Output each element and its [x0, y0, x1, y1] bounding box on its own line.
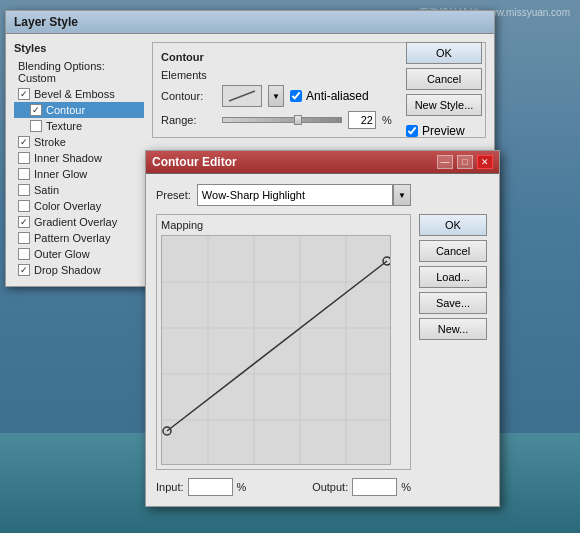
range-percent: % — [382, 114, 392, 126]
mapping-legend: Mapping — [161, 219, 406, 231]
stroke-checkbox[interactable]: ✓ — [18, 136, 30, 148]
minimize-icon: — — [441, 157, 450, 167]
preview-row: Preview — [406, 124, 486, 138]
contour-curve-preview — [227, 89, 257, 103]
style-item-pattern-overlay[interactable]: Pattern Overlay — [14, 230, 144, 246]
new-style-button[interactable]: New Style... — [406, 94, 482, 116]
ce-load-button[interactable]: Load... — [419, 266, 487, 288]
mapping-graph — [162, 236, 391, 465]
range-slider-thumb[interactable] — [294, 115, 302, 125]
style-item-bevel[interactable]: ✓ Bevel & Emboss — [14, 86, 144, 102]
output-value[interactable] — [352, 478, 397, 496]
mapping-canvas[interactable] — [161, 235, 391, 465]
cancel-button[interactable]: Cancel — [406, 68, 482, 90]
bevel-checkbox[interactable]: ✓ — [18, 88, 30, 100]
style-item-texture[interactable]: Texture — [14, 118, 144, 134]
gradient-overlay-checkbox[interactable]: ✓ — [18, 216, 30, 228]
style-item-stroke[interactable]: ✓ Stroke — [14, 134, 144, 150]
style-item-satin[interactable]: Satin — [14, 182, 144, 198]
stroke-label: Stroke — [34, 136, 66, 148]
styles-panel: Styles Blending Options: Custom ✓ Bevel … — [14, 42, 144, 278]
preset-select-container: Wow-Sharp Highlight ▼ — [197, 184, 411, 206]
ce-ok-button[interactable]: OK — [419, 214, 487, 236]
anti-aliased-checkbox[interactable] — [290, 90, 302, 102]
contour-checkbox[interactable]: ✓ — [30, 104, 42, 116]
color-overlay-checkbox[interactable] — [18, 200, 30, 212]
input-percent: % — [237, 481, 247, 493]
svg-line-8 — [167, 261, 387, 431]
minimize-button[interactable]: — — [437, 155, 453, 169]
input-output-row: Input: % Output: % — [156, 478, 411, 496]
range-value-input[interactable] — [348, 111, 376, 129]
contour-label: Contour — [46, 104, 85, 116]
ce-new-button[interactable]: New... — [419, 318, 487, 340]
contour-editor-dialog: Contour Editor — □ ✕ Preset: Wow-Sharp H… — [145, 150, 500, 507]
range-label: Range: — [161, 114, 216, 126]
ok-button[interactable]: OK — [406, 42, 482, 64]
contour-editor-title: Contour Editor — [152, 155, 237, 169]
range-slider[interactable] — [222, 117, 342, 123]
preset-dropdown-button[interactable]: ▼ — [393, 184, 411, 206]
contour-preview[interactable] — [222, 85, 262, 107]
style-item-color-overlay[interactable]: Color Overlay — [14, 198, 144, 214]
close-icon: ✕ — [481, 157, 489, 167]
output-field: Output: % — [312, 478, 411, 496]
texture-label: Texture — [46, 120, 82, 132]
input-value[interactable] — [188, 478, 233, 496]
mapping-group: Mapping — [156, 214, 411, 470]
outer-glow-label: Outer Glow — [34, 248, 90, 260]
style-item-contour[interactable]: ✓ Contour — [14, 102, 144, 118]
gradient-overlay-label: Gradient Overlay — [34, 216, 117, 228]
pattern-overlay-label: Pattern Overlay — [34, 232, 110, 244]
styles-header: Styles — [14, 42, 144, 54]
output-percent: % — [401, 481, 411, 493]
anti-aliased-row: Anti-aliased — [290, 89, 369, 103]
restore-button[interactable]: □ — [457, 155, 473, 169]
titlebar-icons: — □ ✕ — [437, 155, 493, 169]
drop-shadow-label: Drop Shadow — [34, 264, 101, 276]
inner-glow-checkbox[interactable] — [18, 168, 30, 180]
satin-checkbox[interactable] — [18, 184, 30, 196]
style-item-inner-shadow[interactable]: Inner Shadow — [14, 150, 144, 166]
action-buttons: OK Cancel New Style... Preview — [406, 42, 486, 138]
inner-shadow-label: Inner Shadow — [34, 152, 102, 164]
bevel-label: Bevel & Emboss — [34, 88, 115, 100]
contour-dropdown-button[interactable]: ▼ — [268, 85, 284, 107]
outer-glow-checkbox[interactable] — [18, 248, 30, 260]
layer-style-titlebar: Layer Style — [6, 11, 494, 34]
input-label: Input: — [156, 481, 184, 493]
preview-label: Preview — [422, 124, 465, 138]
ce-cancel-button[interactable]: Cancel — [419, 240, 487, 262]
layer-style-title: Layer Style — [14, 15, 78, 29]
ce-save-button[interactable]: Save... — [419, 292, 487, 314]
drop-shadow-checkbox[interactable]: ✓ — [18, 264, 30, 276]
style-item-outer-glow[interactable]: Outer Glow — [14, 246, 144, 262]
pattern-overlay-checkbox[interactable] — [18, 232, 30, 244]
inner-glow-label: Inner Glow — [34, 168, 87, 180]
close-button[interactable]: ✕ — [477, 155, 493, 169]
preset-value-display[interactable]: Wow-Sharp Highlight — [197, 184, 393, 206]
style-item-drop-shadow[interactable]: ✓ Drop Shadow — [14, 262, 144, 278]
ce-left-panel: Preset: Wow-Sharp Highlight ▼ Mapping — [156, 184, 411, 496]
style-item-gradient-overlay[interactable]: ✓ Gradient Overlay — [14, 214, 144, 230]
inner-shadow-checkbox[interactable] — [18, 152, 30, 164]
output-label: Output: — [312, 481, 348, 493]
preview-checkbox[interactable] — [406, 125, 418, 137]
contour-editor-titlebar: Contour Editor — □ ✕ — [146, 151, 499, 174]
anti-aliased-label: Anti-aliased — [306, 89, 369, 103]
style-item-inner-glow[interactable]: Inner Glow — [14, 166, 144, 182]
preset-label: Preset: — [156, 189, 191, 201]
style-item-blending[interactable]: Blending Options: Custom — [14, 58, 144, 86]
restore-icon: □ — [462, 157, 467, 167]
preset-row: Preset: Wow-Sharp Highlight ▼ — [156, 184, 411, 206]
color-overlay-label: Color Overlay — [34, 200, 101, 212]
texture-checkbox[interactable] — [30, 120, 42, 132]
satin-label: Satin — [34, 184, 59, 196]
blending-label: Blending Options: Custom — [18, 60, 140, 84]
contour-editor-body: Preset: Wow-Sharp Highlight ▼ Mapping — [146, 174, 499, 506]
contour-field-label: Contour: — [161, 90, 216, 102]
ce-right-buttons: OK Cancel Load... Save... New... — [419, 184, 489, 496]
input-field: Input: % — [156, 478, 246, 496]
